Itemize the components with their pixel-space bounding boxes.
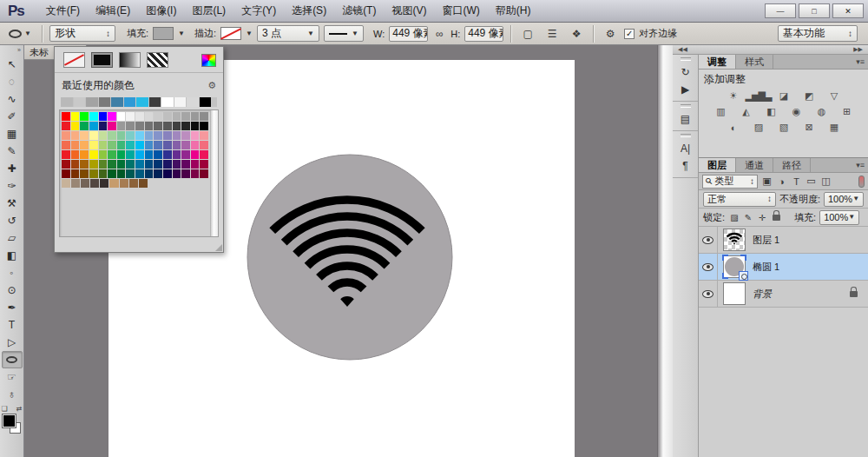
type-tool[interactable]: T [2, 316, 23, 334]
color-swatch[interactable] [80, 131, 89, 140]
filter-type-layers-icon[interactable]: T [790, 175, 803, 188]
tool-mode-select[interactable]: 形状↕ [49, 25, 115, 42]
vibrance-icon[interactable]: ▽ [825, 89, 843, 103]
color-swatch[interactable] [163, 150, 172, 159]
menu-item-edit[interactable]: 编辑(E) [88, 3, 138, 18]
color-swatch[interactable] [139, 179, 148, 188]
filter-adjustment-layers-icon[interactable]: ◑ [775, 175, 788, 188]
recent-color-swatch[interactable] [61, 97, 73, 107]
color-swatch[interactable] [108, 169, 116, 178]
color-swatch[interactable] [145, 112, 154, 121]
color-swatch[interactable] [200, 112, 208, 121]
color-swatch[interactable] [181, 122, 190, 130]
layer-thumbnail[interactable] [723, 255, 746, 278]
eyedropper-tool[interactable]: ✎ [2, 142, 23, 160]
menu-item-view[interactable]: 视图(V) [384, 3, 434, 18]
color-swatch[interactable] [126, 150, 135, 159]
color-swatch[interactable] [108, 150, 116, 159]
recent-color-swatch[interactable] [187, 97, 199, 107]
path-operations-icon[interactable]: ▢ [518, 25, 537, 42]
panel-menu-icon[interactable]: ▾≡ [856, 161, 865, 169]
wifi-circle-artwork[interactable] [237, 144, 463, 370]
recent-color-swatch[interactable] [124, 97, 136, 107]
gear-icon[interactable]: ⚙ [601, 25, 620, 42]
lock-position-icon[interactable]: ✛ [756, 211, 768, 224]
color-swatch[interactable] [181, 150, 190, 159]
panel-menu-icon[interactable]: ▾≡ [856, 57, 865, 66]
color-swatch[interactable] [181, 169, 190, 178]
color-swatch[interactable] [154, 141, 162, 149]
color-swatch[interactable] [62, 169, 70, 178]
color-swatch[interactable] [200, 122, 208, 130]
character-panel-icon[interactable]: A| [676, 140, 695, 157]
link-dimensions-icon[interactable]: ∞ [432, 25, 446, 42]
color-swatch[interactable] [81, 179, 89, 188]
filter-smart-objects-icon[interactable]: ◫ [819, 175, 832, 188]
menu-item-layer[interactable]: 图层(L) [184, 3, 233, 18]
tab-paths[interactable]: 路径 [773, 158, 811, 172]
color-swatch[interactable] [191, 150, 200, 159]
color-swatch[interactable] [163, 160, 172, 169]
color-swatch[interactable] [89, 160, 98, 169]
color-swatch[interactable] [89, 169, 98, 178]
color-swatch[interactable] [108, 141, 116, 149]
color-swatch[interactable] [173, 122, 181, 130]
paragraph-panel-icon[interactable]: ¶ [676, 157, 695, 175]
color-swatch[interactable] [126, 160, 135, 169]
menu-item-window[interactable]: 窗口(W) [434, 3, 487, 18]
color-swatch[interactable] [135, 150, 144, 159]
gear-icon[interactable]: ⚙ [207, 80, 216, 91]
color-swatch[interactable] [71, 112, 80, 121]
solid-color-button[interactable] [91, 52, 113, 68]
no-color-button[interactable] [63, 52, 85, 68]
marquee-tool[interactable]: ◌ [2, 73, 23, 90]
color-swatch[interactable] [80, 160, 89, 169]
pattern-button[interactable] [147, 52, 168, 68]
color-swatch[interactable] [62, 131, 70, 140]
color-swatch[interactable] [135, 131, 144, 140]
path-selection-tool[interactable]: ▷ [2, 334, 23, 351]
color-swatch[interactable] [191, 160, 200, 169]
color-picker-button[interactable] [201, 54, 216, 67]
color-swatch[interactable] [108, 131, 116, 140]
color-balance-icon[interactable]: ◭ [737, 105, 754, 118]
color-swatch[interactable] [99, 169, 108, 178]
layer-thumbnail[interactable] [723, 282, 746, 305]
canvas-vertical-scrollbar[interactable] [657, 45, 673, 457]
brush-tool[interactable]: ✑ [2, 177, 23, 195]
color-swatch[interactable] [173, 169, 181, 178]
color-swatch[interactable] [71, 179, 80, 188]
actions-panel-icon[interactable]: ▶ [676, 81, 695, 98]
color-swatch[interactable] [71, 150, 80, 159]
color-swatch[interactable] [181, 112, 190, 121]
color-swatch[interactable] [145, 131, 154, 140]
recent-color-swatch[interactable] [149, 97, 161, 107]
selective-color-icon[interactable]: ⊠ [800, 121, 818, 134]
color-swatch[interactable] [117, 131, 126, 140]
color-swatch[interactable] [135, 112, 144, 121]
color-swatch[interactable] [145, 150, 154, 159]
color-swatch[interactable] [62, 160, 70, 169]
filter-pixel-layers-icon[interactable]: ▣ [760, 175, 773, 188]
color-swatch[interactable] [99, 122, 108, 130]
layer-row[interactable]: 图层 1 [699, 227, 868, 254]
color-swatch[interactable] [163, 141, 172, 149]
clone-source-panel-icon[interactable]: ▤ [676, 110, 695, 128]
color-swatch[interactable] [99, 112, 108, 121]
color-swatch[interactable] [154, 160, 162, 169]
color-swatch[interactable] [80, 122, 89, 130]
color-swatch[interactable] [200, 131, 208, 140]
recent-color-swatch[interactable] [136, 97, 148, 107]
color-swatch[interactable] [135, 141, 144, 149]
color-swatch[interactable] [71, 122, 80, 130]
color-swatch[interactable] [80, 112, 89, 121]
color-swatch[interactable] [154, 169, 162, 178]
color-swatch[interactable] [99, 141, 108, 149]
blend-mode-combo[interactable]: 正常↕ [703, 192, 776, 207]
color-swatch[interactable] [109, 179, 118, 188]
resize-grip-icon[interactable] [215, 244, 222, 251]
eraser-tool[interactable]: ▱ [2, 229, 23, 247]
posterize-icon[interactable]: ▨ [750, 121, 767, 134]
menu-item-select[interactable]: 选择(S) [284, 3, 334, 18]
color-swatch[interactable] [99, 160, 108, 169]
